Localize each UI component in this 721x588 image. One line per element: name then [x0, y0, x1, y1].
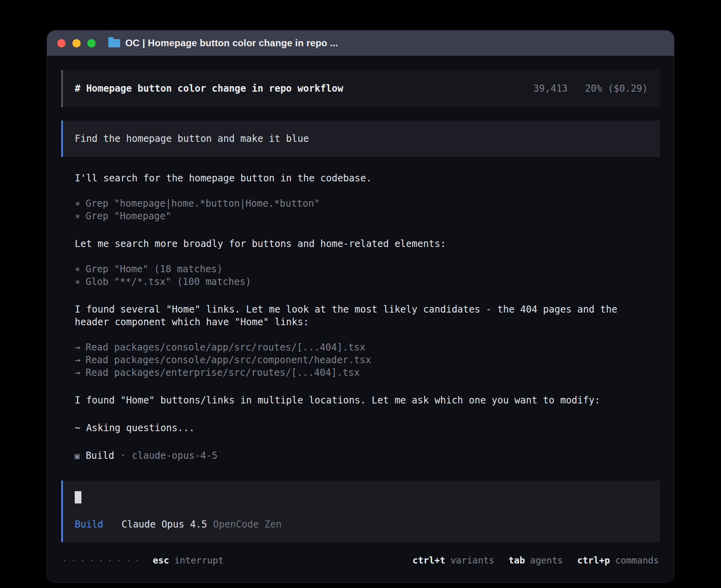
assistant-paragraph: Let me search more broadly for buttons a…	[75, 237, 628, 250]
minimize-button[interactable]	[72, 39, 81, 47]
glob-tool-icon: ∗	[75, 275, 80, 288]
terminal-content: # Homepage button color change in repo w…	[47, 56, 674, 582]
tool-call-text: Glob "**/*.tsx" (100 matches)	[85, 275, 251, 288]
context-usage: 20% ($0.29)	[585, 82, 648, 95]
tool-call-text: Read packages/enterprise/src/routes/[...…	[85, 366, 360, 379]
session-title: # Homepage button color change in repo w…	[75, 82, 343, 95]
tool-call-text: Grep "Home" (18 matches)	[85, 263, 223, 275]
shortcut-interrupt: esc interrupt	[153, 554, 223, 567]
shortcut-key: tab	[508, 554, 525, 567]
close-button[interactable]	[57, 39, 66, 47]
status-bar-right: ctrl+t variants tab agents ctrl+p comman…	[413, 554, 659, 567]
agent-model: claude-opus-4-5	[132, 449, 217, 462]
shortcut-key: ctrl+t	[413, 554, 445, 567]
tool-call-group: ∗ Grep "Home" (18 matches) ∗ Glob "**/*.…	[75, 263, 660, 288]
input-status-row: Build Claude Opus 4.5 OpenCode Zen	[75, 518, 648, 531]
tool-call-line: ∗ Grep "Home" (18 matches)	[75, 263, 660, 275]
read-tool-arrow-icon: →	[75, 341, 80, 354]
assistant-paragraph: I found "Home" buttons/links in multiple…	[75, 394, 628, 407]
folder-icon	[108, 39, 120, 47]
tool-call-group: → Read packages/console/app/src/routes/[…	[75, 341, 660, 379]
window-title: OC | Homepage button color change in rep…	[125, 38, 338, 49]
user-message-text: Find the homepage button and make it blu…	[75, 133, 309, 144]
assistant-paragraph: I'll search for the homepage button in t…	[75, 172, 628, 185]
tool-call-text: Grep "Homepage"	[85, 210, 171, 222]
traffic-lights	[57, 39, 96, 47]
agent-mode-label[interactable]: Build	[75, 518, 103, 531]
tool-call-text: Read packages/console/app/src/routes/[..…	[85, 341, 365, 354]
tool-call-line: → Read packages/console/app/src/routes/[…	[75, 341, 660, 354]
agent-square-icon: ▣	[75, 450, 80, 462]
assistant-paragraph: I found several "Home" links. Let me loo…	[75, 303, 628, 328]
tool-call-line: ∗ Grep "homepage|home.*button|Home.*butt…	[75, 197, 660, 210]
prompt-input[interactable]: Build Claude Opus 4.5 OpenCode Zen	[61, 481, 660, 542]
status-line: ~ Asking questions...	[75, 422, 628, 434]
token-count: 39,413	[533, 82, 568, 95]
separator-dot: ·	[120, 449, 126, 462]
tool-call-group: ∗ Grep "homepage|home.*button|Home.*butt…	[75, 197, 660, 222]
input-line[interactable]	[75, 491, 648, 507]
zoom-button[interactable]	[87, 39, 96, 47]
shortcut-agents: tab agents	[508, 554, 563, 567]
user-message: Find the homepage button and make it blu…	[61, 121, 660, 157]
shortcut-key: ctrl+p	[577, 554, 610, 567]
shortcut-commands: ctrl+p commands	[577, 554, 659, 567]
agent-name: Build	[86, 449, 114, 462]
status-bar: ········· esc interrupt ctrl+t variants …	[61, 554, 660, 567]
tool-call-line: ∗ Grep "Homepage"	[75, 210, 660, 222]
session-meta: 39,413 20% ($0.29)	[533, 82, 648, 95]
agent-status-line: ▣ Build · claude-opus-4-5	[75, 449, 660, 462]
session-header: # Homepage button color change in repo w…	[61, 70, 660, 107]
tool-call-line: → Read packages/enterprise/src/routes/[.…	[75, 366, 660, 379]
provider-label: OpenCode Zen	[213, 518, 281, 531]
tool-call-text: Read packages/console/app/src/component/…	[85, 354, 371, 366]
read-tool-arrow-icon: →	[75, 366, 80, 379]
model-name-label[interactable]: Claude Opus 4.5	[121, 518, 207, 531]
shortcut-label: variants	[451, 554, 495, 567]
shortcut-label: interrupt	[174, 554, 224, 567]
grep-tool-icon: ∗	[75, 197, 80, 210]
shortcut-label: agents	[530, 554, 563, 567]
read-tool-arrow-icon: →	[75, 354, 80, 366]
tool-call-line: ∗ Glob "**/*.tsx" (100 matches)	[75, 275, 660, 288]
grep-tool-icon: ∗	[75, 210, 80, 222]
status-bar-left: ········· esc interrupt	[62, 554, 224, 567]
title-group: OC | Homepage button color change in rep…	[108, 38, 338, 49]
grep-tool-icon: ∗	[75, 263, 80, 275]
text-cursor	[75, 491, 81, 503]
shortcut-label: commands	[615, 554, 659, 567]
shortcut-key: esc	[153, 554, 169, 567]
terminal-window: OC | Homepage button color change in rep…	[47, 30, 674, 583]
tool-call-line: → Read packages/console/app/src/componen…	[75, 354, 660, 366]
tool-call-text: Grep "homepage|home.*button|Home.*button…	[85, 197, 319, 210]
progress-dots-icon: ·········	[62, 554, 144, 567]
shortcut-variants: ctrl+t variants	[413, 554, 495, 567]
titlebar[interactable]: OC | Homepage button color change in rep…	[47, 30, 674, 56]
